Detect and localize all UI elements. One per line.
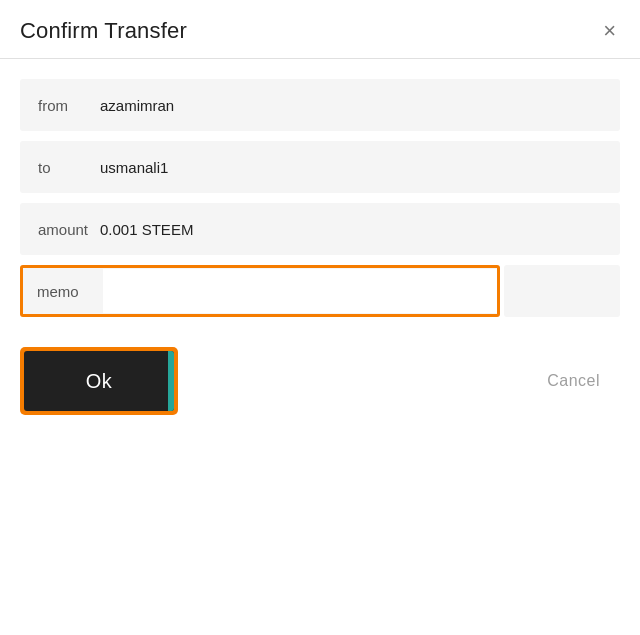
ok-button[interactable]: Ok bbox=[24, 351, 174, 411]
bottom-spacer bbox=[0, 435, 640, 635]
from-value: azamimran bbox=[100, 97, 620, 114]
from-label: from bbox=[20, 97, 100, 114]
dialog-body: from azamimran to usmanali1 amount 0.001… bbox=[0, 59, 640, 317]
dialog-title: Confirm Transfer bbox=[20, 18, 187, 44]
confirm-transfer-dialog: Confirm Transfer × from azamimran to usm… bbox=[0, 0, 640, 635]
dialog-actions: Ok Cancel bbox=[0, 327, 640, 435]
from-row: from azamimran bbox=[20, 79, 620, 131]
close-button[interactable]: × bbox=[599, 20, 620, 42]
to-label: to bbox=[20, 159, 100, 176]
memo-input[interactable] bbox=[103, 269, 497, 313]
ok-button-wrapper: Ok bbox=[20, 347, 178, 415]
memo-row: memo bbox=[20, 265, 500, 317]
dialog-header: Confirm Transfer × bbox=[0, 0, 640, 58]
memo-label: memo bbox=[23, 283, 103, 300]
amount-label: amount bbox=[20, 221, 100, 238]
cancel-button[interactable]: Cancel bbox=[527, 362, 620, 400]
memo-suffix bbox=[504, 265, 620, 317]
amount-row: amount 0.001 STEEM bbox=[20, 203, 620, 255]
amount-value: 0.001 STEEM bbox=[100, 221, 620, 238]
to-value: usmanali1 bbox=[100, 159, 620, 176]
to-row: to usmanali1 bbox=[20, 141, 620, 193]
